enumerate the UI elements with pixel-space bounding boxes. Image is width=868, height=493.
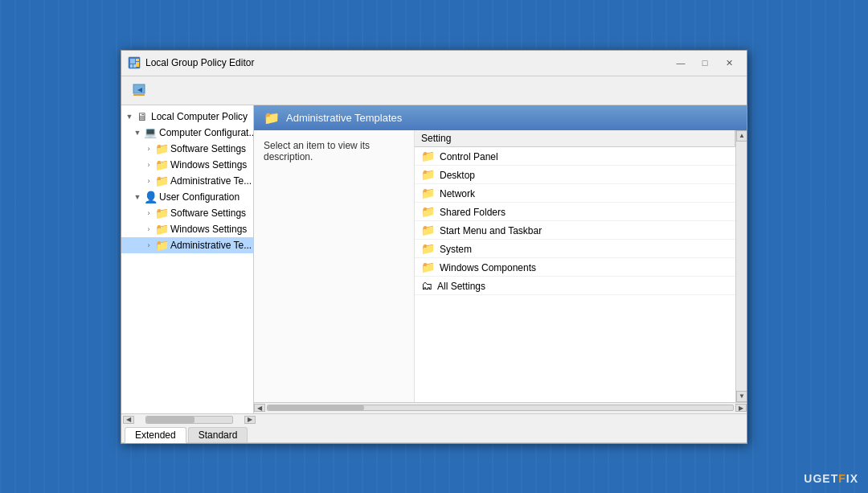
row-folder-icon: 🗂 — [421, 279, 432, 292]
svg-rect-6 — [133, 84, 145, 93]
toolbar — [121, 76, 747, 105]
software-settings-label-2: Software Settings — [170, 207, 246, 219]
windows-settings-label-1: Windows Settings — [170, 159, 247, 170]
software-settings-label-1: Software Settings — [170, 143, 246, 154]
tree-admin-templates-1[interactable]: › 📁 Administrative Te... — [121, 173, 253, 189]
row-folder-icon: 📁 — [421, 224, 435, 236]
expand-icon: › — [144, 160, 154, 170]
settings-table: Setting 📁Control Panel📁Desktop📁Network📁S… — [415, 130, 735, 295]
svg-rect-5 — [136, 62, 139, 67]
row-label: System — [440, 244, 472, 255]
row-label: Windows Components — [440, 262, 536, 273]
ugetfix-icon: F — [838, 472, 846, 485]
tree-software-settings-2[interactable]: › 📁 Software Settings — [121, 205, 253, 221]
bottom-bar: ◀ ▶ Extended Standard — [121, 413, 747, 443]
tree-windows-settings-1[interactable]: › 📁 Windows Settings — [121, 157, 253, 173]
tab-standard[interactable]: Standard — [188, 427, 248, 442]
content-hscroll: ◀ ▶ — [254, 402, 747, 413]
svg-rect-8 — [133, 94, 145, 96]
settings-pane[interactable]: Setting 📁Control Panel📁Desktop📁Network📁S… — [415, 130, 735, 402]
hscroll-track[interactable] — [265, 403, 735, 413]
table-header-row: Setting — [415, 130, 735, 147]
expand-icon: › — [144, 240, 154, 250]
content-header: 📁 Administrative Templates — [254, 105, 747, 130]
computer-icon: 🖥 — [136, 110, 149, 123]
content-body: Select an item to view its description. … — [254, 130, 747, 402]
folder-icon: 📁 — [155, 239, 168, 252]
tree-panel: ▼ 🖥 Local Computer Policy ▼ 💻 Computer C… — [121, 105, 254, 413]
tree-user-config[interactable]: ▼ 👤 User Configuration — [121, 189, 253, 205]
table-row[interactable]: 📁Windows Components — [415, 257, 735, 276]
folder-icon: 📁 — [155, 175, 168, 187]
content-header-title: Administrative Templates — [286, 112, 402, 124]
row-folder-icon: 📁 — [421, 187, 435, 199]
windows-settings-label-2: Windows Settings — [170, 224, 247, 235]
table-row[interactable]: 📁Desktop — [415, 165, 735, 183]
expand-icon: ▼ — [133, 128, 142, 138]
row-label: Desktop — [440, 170, 475, 181]
expand-icon: › — [144, 224, 154, 234]
table-row[interactable]: 🗂All Settings — [415, 276, 735, 294]
expand-icon: › — [144, 176, 154, 186]
row-label: Start Menu and Taskbar — [440, 225, 542, 236]
folder-icon: 📁 — [155, 142, 168, 155]
ugetfix-prefix: UGET — [804, 472, 838, 485]
folder-icon: 📁 — [155, 207, 168, 220]
user-config-label: User Configuration — [159, 191, 240, 203]
tree-root-label: Local Computer Policy — [151, 111, 248, 122]
svg-rect-4 — [136, 59, 139, 61]
tree-root[interactable]: ▼ 🖥 Local Computer Policy — [121, 109, 253, 125]
scroll-up-arrow[interactable]: ▲ — [736, 130, 747, 142]
row-folder-icon: 📁 — [421, 205, 435, 218]
tree-computer-config[interactable]: ▼ 💻 Computer Configurat... — [121, 125, 253, 141]
title-bar: Local Group Policy Editor — □ ✕ — [121, 51, 747, 76]
header-folder-icon: 📁 — [264, 110, 280, 125]
tree-admin-templates-2[interactable]: › 📁 Administrative Te... — [121, 237, 253, 253]
row-label: Network — [440, 188, 475, 199]
scroll-left-arrow[interactable]: ◀ — [254, 404, 265, 412]
tree-scroll-right[interactable]: ▶ — [244, 416, 256, 424]
window-controls: — □ ✕ — [669, 55, 740, 71]
folder-icon: 📁 — [155, 223, 168, 236]
tree-scroll-left[interactable]: ◀ — [123, 416, 134, 424]
scroll-track[interactable] — [736, 142, 747, 391]
row-folder-icon: 📁 — [421, 150, 435, 162]
tree-scroll-track[interactable] — [145, 416, 233, 424]
maximize-button[interactable]: □ — [694, 55, 716, 71]
expand-icon: ▼ — [125, 112, 134, 121]
tab-extended[interactable]: Extended — [125, 427, 186, 443]
user-icon: 👤 — [144, 191, 157, 203]
tabs-bar: Extended Standard — [121, 425, 747, 443]
toolbar-icon-btn[interactable] — [128, 79, 150, 101]
description-pane: Select an item to view its description. — [254, 130, 415, 402]
row-folder-icon: 📁 — [421, 261, 435, 273]
minimize-button[interactable]: — — [669, 55, 692, 71]
row-label: Control Panel — [440, 151, 498, 162]
content-panel: 📁 Administrative Templates Select an ite… — [254, 105, 747, 413]
scroll-right-arrow[interactable]: ▶ — [735, 404, 747, 412]
svg-rect-2 — [130, 64, 133, 68]
table-row[interactable]: 📁System — [415, 239, 735, 257]
vertical-scrollbar[interactable]: ▲ ▼ — [735, 130, 747, 402]
table-row[interactable]: 📁Start Menu and Taskbar — [415, 220, 735, 239]
row-folder-icon: 📁 — [421, 242, 435, 255]
description-text: Select an item to view its description. — [264, 140, 370, 162]
tree-software-settings-1[interactable]: › 📁 Software Settings — [121, 141, 253, 157]
expand-icon: › — [144, 208, 154, 218]
admin-templates-label-1: Administrative Te... — [170, 175, 252, 187]
row-label: Shared Folders — [440, 207, 506, 218]
table-row[interactable]: 📁Control Panel — [415, 146, 735, 165]
folder-icon: 📁 — [155, 158, 168, 171]
scroll-down-arrow[interactable]: ▼ — [736, 391, 747, 402]
expand-icon: ▼ — [133, 192, 142, 202]
admin-templates-label-2: Administrative Te... — [170, 240, 252, 251]
table-row[interactable]: 📁Shared Folders — [415, 202, 735, 220]
tree-windows-settings-2[interactable]: › 📁 Windows Settings — [121, 221, 253, 237]
table-row[interactable]: 📁Network — [415, 183, 735, 202]
main-window: Local Group Policy Editor — □ ✕ ▼ 🖥 Loca… — [121, 50, 747, 444]
svg-rect-3 — [133, 64, 136, 68]
close-button[interactable]: ✕ — [718, 55, 740, 71]
main-area: ▼ 🖥 Local Computer Policy ▼ 💻 Computer C… — [121, 105, 747, 413]
computer-config-icon: 💻 — [144, 126, 157, 139]
computer-config-label: Computer Configurat... — [159, 127, 254, 138]
